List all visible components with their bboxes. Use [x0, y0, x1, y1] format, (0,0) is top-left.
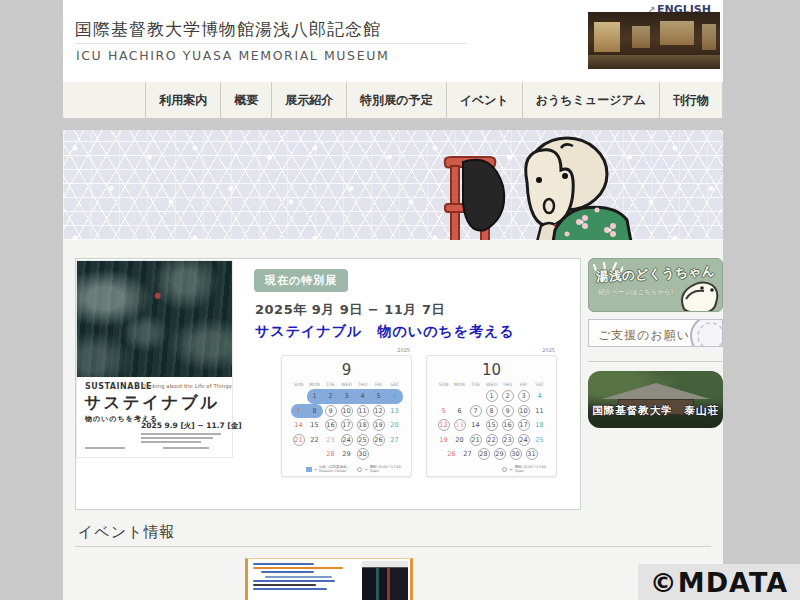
calendar-day: 7 — [291, 404, 307, 419]
calendar-day: 19 — [436, 433, 452, 448]
calendar-september: 20259SUNMONTUEWEDTHUFRISAT12345678910111… — [281, 347, 412, 477]
calendar-october: 202510SUNMONTUEWEDTHUFRISAT1234567891011… — [426, 347, 557, 477]
watermark-text: ©MDATA — [650, 567, 788, 598]
weekday-label: WED — [339, 380, 355, 389]
calendar-day: 9 — [500, 404, 516, 419]
weekday-label: SUN — [436, 380, 452, 389]
calendar-day: 25 — [355, 433, 371, 448]
weekday-label: TUE — [468, 380, 484, 389]
exhibition-dates: 2025年 9月 9日 − 11月 7日 — [255, 301, 445, 319]
display-case — [632, 26, 650, 48]
weekday-label: THU — [500, 380, 516, 389]
calendar-day: 1 — [484, 389, 500, 404]
legend-text: 休館（特別展準備）Museum Closed — [319, 466, 350, 473]
nav-item-4[interactable]: イベント — [446, 82, 522, 118]
calendar-day: 7 — [468, 404, 484, 419]
sidebar-divider — [588, 361, 723, 362]
calendar-day: 14 — [291, 418, 307, 433]
exhibition-poster[interactable]: SUSTAINABLE Thinking about the Life of T… — [77, 261, 232, 457]
nav-item-2[interactable]: 展示紹介 — [271, 82, 346, 118]
calendar-day: 29 — [492, 447, 508, 462]
site-content: 国際基督教大学博物館湯浅八郎記念館 ICU HACHIRO YUASA MEMO… — [63, 0, 723, 600]
support-banner-link[interactable]: ご支援のお願い — [588, 319, 723, 347]
calendar-day: 1 — [307, 389, 323, 404]
site-title-english: ICU HACHIRO YUASA MEMORIAL MUSEUM — [76, 48, 389, 63]
display-case — [594, 22, 620, 52]
house-roof-shape — [602, 383, 710, 399]
calendar-card: 9SUNMONTUEWEDTHUFRISAT123456789101112131… — [281, 355, 412, 477]
taizanso-banner-label: 国際基督教大学 泰山荘 — [588, 404, 723, 418]
calendar-day: 13 — [452, 418, 468, 433]
calendar-day: 22 — [484, 433, 500, 448]
calendar-day: 21 — [291, 433, 307, 448]
legend-text: 開館 10:00〜17:00Open — [515, 466, 546, 473]
calendar-day: 6 — [452, 404, 468, 419]
nav-item-0[interactable]: 利用案内 — [145, 82, 220, 118]
event-flyer-thumbnail[interactable] — [245, 558, 413, 600]
watermark-box: ©MDATA — [638, 564, 800, 600]
calendar-day: 16 — [500, 418, 516, 433]
nav-item-1[interactable]: 概要 — [220, 82, 271, 118]
calendar-day: 24 — [516, 433, 532, 448]
calendar-day: 8 — [307, 404, 323, 419]
calendar-day: 25 — [532, 433, 548, 448]
weekday-label: SAT — [532, 380, 548, 389]
sidebar: 湯浅のどくうちゃん 紹介ページはこちらから! ご支援のお願い — [588, 258, 723, 428]
calendar-day: 24 — [339, 433, 355, 448]
page: 国際基督教大学博物館湯浅八郎記念館 ICU HACHIRO YUASA MEMO… — [0, 0, 800, 600]
hero-banner — [63, 130, 723, 240]
calendar-card: 10SUNMONTUEWEDTHUFRISAT12345678910111213… — [426, 355, 557, 477]
calendar-day: 11 — [532, 404, 548, 419]
calendar-day: 20 — [452, 433, 468, 448]
calendar-day: 26 — [371, 433, 387, 448]
calendar-day: 11 — [355, 404, 371, 419]
mascot-banner-link[interactable]: 湯浅のどくうちゃん 紹介ページはこちらから! — [588, 258, 723, 312]
calendar-day: 2 — [500, 389, 516, 404]
calendar-day: 18 — [532, 418, 548, 433]
nav-item-6[interactable]: 刊行物 — [659, 82, 723, 118]
calendar-day: 14 — [468, 418, 484, 433]
display-case — [702, 24, 716, 50]
nav-item-5[interactable]: おうちミュージアム — [522, 82, 659, 118]
calendar-day: 23 — [500, 433, 516, 448]
main-navigation: 利用案内概要展示紹介特別展の予定イベントおうちミュージアム刊行物 — [63, 82, 723, 118]
events-divider — [75, 546, 711, 547]
calendar-day: 30 — [355, 447, 371, 462]
closed-day-swatch — [306, 467, 312, 472]
calendar-day: 23 — [323, 433, 339, 448]
calendar-month-label: 10 — [427, 356, 556, 380]
open-day-swatch — [502, 467, 507, 472]
calendar-day: 10 — [339, 404, 355, 419]
calendar-day: 4 — [355, 389, 371, 404]
weekday-label: SUN — [291, 380, 307, 389]
exhibition-title-link[interactable]: サステイナブル 物のいのちを考える — [255, 323, 515, 341]
gallery-floor — [588, 55, 720, 69]
museum-interior-photo — [588, 12, 720, 69]
poster-artwork — [77, 261, 232, 377]
calendar-day: 26 — [444, 447, 460, 462]
calendar-day: 28 — [476, 447, 492, 462]
calendar-day: 19 — [371, 418, 387, 433]
calendar-day: 5 — [371, 389, 387, 404]
taizanso-banner-link[interactable]: 国際基督教大学 泰山荘 — [588, 371, 723, 428]
events-section-heading: イベント情報 — [78, 523, 175, 542]
nav-item-3[interactable]: 特別展の予定 — [346, 82, 445, 118]
calendar-day: 15 — [307, 418, 323, 433]
calendar-day: 3 — [516, 389, 532, 404]
calendar-year: 2025 — [426, 347, 557, 355]
calendar-day: 22 — [307, 433, 323, 448]
calendar-day: 30 — [508, 447, 524, 462]
calendar-day: 10 — [516, 404, 532, 419]
legend-text: 開館 10:00〜17:00Open — [370, 466, 401, 473]
calendar-day: 27 — [460, 447, 476, 462]
calendar-day: 17 — [339, 418, 355, 433]
display-case — [660, 21, 694, 45]
weekday-label: THU — [355, 380, 371, 389]
calendar-day: 27 — [387, 433, 403, 448]
calendar-day: 4 — [532, 389, 548, 404]
flyer-garment-photo — [362, 561, 408, 600]
dokuu-mascot-icon — [676, 275, 720, 312]
site-header: 国際基督教大学博物館湯浅八郎記念館 ICU HACHIRO YUASA MEMO… — [63, 0, 723, 82]
poster-japanese-title: サステイナブル — [84, 392, 220, 414]
weekday-label: FRI — [371, 380, 387, 389]
